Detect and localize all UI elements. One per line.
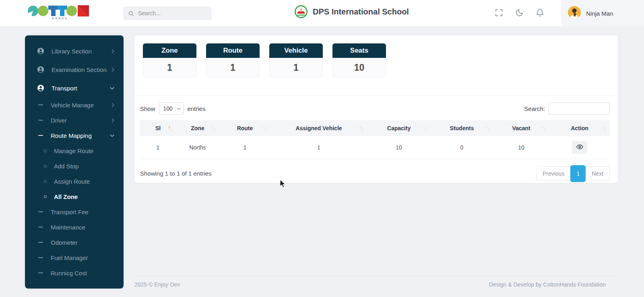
sidebar-item-label: Transport (52, 85, 111, 92)
fullscreen-button[interactable] (494, 8, 504, 19)
sidebar-item-maintenance[interactable]: Maintenance (25, 219, 124, 235)
sidebar-item-label: Transport Fee (51, 209, 114, 215)
footer-copyright: 2025 © Enjoy Dev (134, 281, 180, 288)
user-circle-icon (37, 47, 44, 55)
eye-icon (576, 143, 583, 152)
zones-table: Sl↑↓ Zone↑↓ Route↑↓ Assigned Vehicle↑↓ C… (140, 120, 610, 159)
sidebar-item-label: Examination Section (52, 66, 111, 73)
stat-card-value: 1 (143, 58, 196, 78)
cell-action (549, 136, 610, 159)
cell-sl: 1 (140, 136, 176, 159)
sidebar-item-fuel-manager[interactable]: Fuel Manager (25, 250, 124, 265)
column-header-zone[interactable]: Zone↑↓ (176, 120, 219, 136)
user-circle-icon (37, 84, 44, 92)
table-row: 1 Norths 1 1 10 0 10 (140, 136, 610, 159)
stat-card-value: 10 (332, 58, 386, 78)
main-panel: Zone 1 Route 1 Vehicle 1 Seats 10 Show 1… (134, 35, 618, 183)
sidebar-item-assign-route[interactable]: Assign Route (25, 174, 124, 189)
user-menu[interactable]: Ninja Man (561, 0, 644, 27)
chevron-right-icon (110, 118, 114, 122)
column-header-capacity[interactable]: Capacity↑↓ (367, 120, 431, 136)
circle-icon (44, 195, 47, 198)
dash-icon (38, 227, 43, 227)
sidebar-item-examination-section[interactable]: Examination Section (25, 60, 124, 79)
next-page-button[interactable]: Next (585, 166, 610, 181)
avatar (568, 6, 581, 21)
sidebar-item-label: Driver (51, 117, 111, 124)
global-search (123, 6, 212, 20)
sidebar-item-driver[interactable]: Driver (25, 113, 124, 128)
user-name: Ninja Man (586, 10, 613, 17)
search-input[interactable] (134, 6, 215, 20)
page-size-select[interactable]: 100 (159, 102, 184, 115)
sidebar-item-label: Fuel Manager (51, 254, 114, 261)
stat-card-title: Vehicle (269, 43, 323, 58)
sidebar-item-all-zone[interactable]: All Zone (25, 189, 124, 204)
sidebar-item-label: All Zone (54, 193, 114, 200)
sidebar-item-runnicg-cost[interactable]: Runnicg Cost (25, 265, 124, 281)
dash-icon (38, 211, 43, 212)
table-search-input[interactable] (549, 102, 610, 115)
sidebar-item-label: Library Section (52, 48, 111, 55)
cell-route: 1 (219, 136, 270, 159)
page-size-value: 100 (163, 105, 173, 112)
entries-summary: Showing 1 to 1 of 1 entries (140, 170, 212, 177)
sidebar-item-add-stop[interactable]: Add Stop (25, 158, 124, 174)
dash-icon (38, 272, 43, 273)
column-header-action[interactable]: Action↑↓ (549, 120, 610, 136)
cell-vacant: 10 (493, 136, 549, 159)
school-header: DPS International School (295, 5, 409, 18)
sidebar-item-label: Route Mapping (51, 132, 111, 139)
chevron-right-icon (110, 49, 114, 53)
sort-icon: ↑↓ (423, 126, 427, 131)
sort-icon: ↑↓ (168, 126, 172, 131)
current-page-button[interactable]: 1 (570, 165, 586, 182)
stat-card-title: Seats (332, 43, 386, 58)
sort-icon: ↑↓ (602, 126, 606, 131)
notifications-button[interactable] (535, 8, 545, 19)
sidebar-item-label: Odometer (51, 239, 114, 246)
sort-icon: ↑↓ (359, 126, 363, 131)
sort-icon: ↑↓ (212, 126, 216, 131)
top-navbar: HANDS DPS International School (0, 0, 644, 27)
sidebar: Library Section Examination Section Tran… (25, 35, 124, 289)
table-footer: Showing 1 to 1 of 1 entries Previous 1 N… (134, 159, 618, 182)
bell-icon (536, 8, 544, 18)
sidebar-item-route-mapping[interactable]: Route Mapping (25, 128, 124, 143)
sidebar-item-library-section[interactable]: Library Section (25, 42, 124, 60)
column-header-route[interactable]: Route↑↓ (219, 120, 270, 136)
dash-icon (38, 135, 43, 136)
chevron-down-icon (110, 86, 114, 90)
sidebar-item-manage-route[interactable]: Manage Route (25, 143, 124, 158)
stat-card-value: 1 (206, 58, 260, 78)
dark-mode-button[interactable] (514, 8, 524, 19)
footer-credit: Design & Develop by CottonHands Foundati… (489, 281, 606, 288)
sort-icon: ↑↓ (263, 126, 267, 131)
view-button[interactable] (572, 141, 587, 154)
sidebar-item-vehicle-manage[interactable]: Vehicle Manage (25, 97, 124, 113)
dash-icon (38, 104, 43, 105)
sidebar-item-transport[interactable]: Transport (25, 79, 124, 97)
sort-icon: ↑↓ (542, 126, 546, 131)
previous-page-button[interactable]: Previous (536, 166, 571, 181)
circle-icon (44, 165, 47, 168)
circle-icon (44, 150, 47, 152)
circle-icon (44, 180, 47, 183)
sidebar-item-odometer[interactable]: Odometer (25, 235, 124, 250)
column-header-vacant[interactable]: Vacant↑↓ (493, 120, 549, 136)
dash-icon (38, 257, 43, 258)
sidebar-item-transport-fee[interactable]: Transport Fee (25, 204, 124, 219)
stat-card-value: 1 (269, 58, 323, 78)
cell-capacity: 10 (367, 136, 431, 159)
search-icon (128, 10, 134, 16)
school-logo-icon (295, 5, 308, 18)
cottonhands-logo[interactable] (27, 3, 93, 23)
column-header-students[interactable]: Students↑↓ (431, 120, 493, 136)
stat-card-vehicle: Vehicle 1 (269, 43, 323, 78)
column-header-assigned-vehicle[interactable]: Assigned Vehicle↑↓ (270, 120, 367, 136)
dash-icon (38, 242, 43, 243)
sidebar-item-label: Vehicle Manage (51, 102, 111, 109)
column-header-sl[interactable]: Sl↑↓ (140, 120, 176, 136)
page-size-control: Show 100 entries (140, 102, 206, 115)
navbar-tools (494, 0, 545, 27)
